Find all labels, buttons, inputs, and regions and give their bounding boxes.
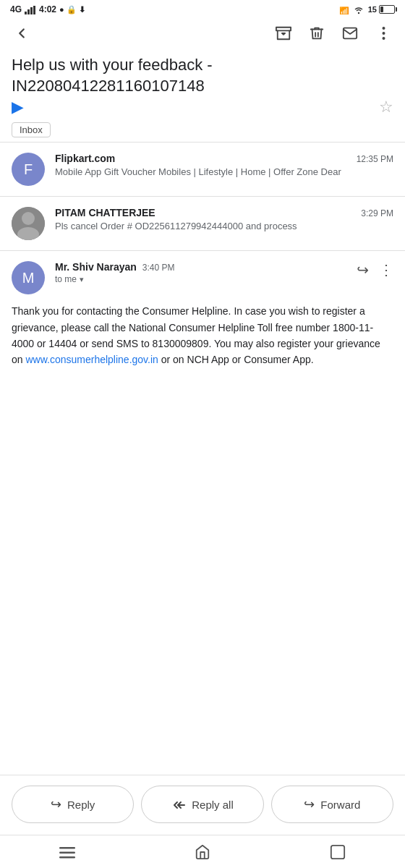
reply-all-icon bbox=[171, 798, 186, 811]
status-left: 4G 4:02 ● 🔒 ⬇ bbox=[10, 4, 85, 14]
sender-pitam: PITAM CHATTERJEE bbox=[55, 207, 155, 218]
inbox-badge[interactable]: Inbox bbox=[12, 122, 51, 137]
reply-icon: ↩ bbox=[51, 796, 61, 812]
more-options-button[interactable] bbox=[373, 23, 393, 43]
carrier-icon: 4G bbox=[10, 4, 22, 14]
email-body-text: Thank you for contacting the Consumer He… bbox=[12, 300, 393, 368]
expanded-actions: ↩ ⋮ bbox=[357, 261, 393, 278]
svg-point-10 bbox=[382, 37, 385, 40]
reply-button[interactable]: ↩ Reply bbox=[12, 786, 134, 823]
nav-menu-icon[interactable] bbox=[59, 843, 75, 860]
svg-rect-1 bbox=[27, 9, 30, 14]
forward-button[interactable]: ↪ Forward bbox=[271, 786, 393, 823]
nav-back-icon[interactable] bbox=[330, 843, 346, 861]
email-item-pitam[interactable]: PITAM CHATTERJEE 3:29 PM Pls cancel Orde… bbox=[0, 197, 405, 250]
svg-point-12 bbox=[22, 212, 35, 225]
svg-point-9 bbox=[382, 32, 385, 35]
svg-point-8 bbox=[382, 27, 385, 30]
svg-rect-6 bbox=[276, 27, 291, 31]
svg-point-5 bbox=[357, 12, 359, 14]
status-right: 📶 15 bbox=[339, 4, 395, 14]
svg-rect-2 bbox=[30, 7, 33, 14]
email-header-pitam: PITAM CHATTERJEE 3:29 PM bbox=[55, 207, 393, 218]
email-expanded-container: M Mr. Shiv Narayan 3:40 PM to me ▾ ↩ ⋮ T… bbox=[0, 251, 405, 380]
bottom-actions: ↩ Reply Reply all ↪ Forward bbox=[0, 775, 405, 833]
nav-home-icon[interactable] bbox=[195, 843, 210, 861]
battery-display: 15 bbox=[368, 5, 395, 14]
expand-recipients-button[interactable]: ▾ bbox=[80, 275, 84, 284]
wifi-icon bbox=[354, 4, 364, 14]
forward-indicator-icon: ▶ bbox=[12, 98, 22, 116]
email-content-pitam: PITAM CHATTERJEE 3:29 PM Pls cancel Orde… bbox=[55, 207, 393, 233]
subject-row: ▶ ☆ bbox=[12, 98, 393, 116]
svg-text:📶: 📶 bbox=[339, 6, 349, 14]
svg-rect-3 bbox=[33, 6, 35, 14]
email-header-flipkart: Flipkart.com 12:35 PM bbox=[55, 153, 393, 164]
email-item-flipkart[interactable]: F Flipkart.com 12:35 PM Mobile App Gift … bbox=[0, 142, 405, 196]
subject-area: Help us with your feedback - IN220804122… bbox=[0, 49, 405, 142]
preview-flipkart: Mobile App Gift Voucher Mobiles | Lifest… bbox=[55, 166, 393, 179]
forward-icon: ↪ bbox=[304, 796, 315, 812]
archive-button[interactable] bbox=[273, 23, 294, 43]
bottom-spacer bbox=[0, 380, 405, 467]
quick-reply-button[interactable]: ↩ bbox=[357, 261, 369, 278]
time-pitam: 3:29 PM bbox=[361, 208, 393, 218]
app-bar bbox=[0, 17, 405, 49]
expanded-meta: Mr. Shiv Narayan 3:40 PM to me ▾ bbox=[55, 261, 346, 284]
svg-rect-17 bbox=[331, 846, 344, 859]
call-icon: 📶 bbox=[339, 4, 349, 14]
status-bar: 4G 4:02 ● 🔒 ⬇ 📶 15 bbox=[0, 0, 405, 17]
avatar-pitam bbox=[12, 207, 45, 240]
sender-flipkart: Flipkart.com bbox=[55, 153, 115, 164]
avatar-shiv: M bbox=[12, 261, 45, 294]
back-button[interactable] bbox=[12, 23, 32, 43]
expanded-time: 3:40 PM bbox=[142, 263, 175, 273]
expanded-name-row: Mr. Shiv Narayan 3:40 PM bbox=[55, 261, 346, 273]
avatar-flipkart: F bbox=[12, 153, 45, 186]
email-subject: Help us with your feedback - IN220804122… bbox=[12, 55, 393, 96]
expanded-email-body: Thank you for contacting the Consumer He… bbox=[0, 300, 405, 380]
preview-pitam: Pls cancel Order # OD225611279942444000 … bbox=[55, 220, 393, 233]
to-me-row: to me ▾ bbox=[55, 274, 346, 284]
signal-bars bbox=[25, 4, 36, 14]
star-button[interactable]: ☆ bbox=[379, 98, 393, 116]
delete-button[interactable] bbox=[307, 23, 327, 43]
more-email-options-button[interactable]: ⋮ bbox=[379, 261, 393, 278]
notification-icons: ● 🔒 ⬇ bbox=[59, 5, 85, 14]
svg-rect-0 bbox=[25, 12, 27, 14]
svg-rect-14 bbox=[59, 847, 75, 849]
expanded-sender-name: Mr. Shiv Narayan bbox=[55, 261, 137, 273]
time-display: 4:02 bbox=[39, 4, 56, 14]
svg-rect-16 bbox=[59, 856, 75, 859]
mark-unread-button[interactable] bbox=[340, 23, 360, 43]
helpline-link[interactable]: www.consumerhelpline.gov.in bbox=[25, 354, 158, 365]
expanded-email-header: M Mr. Shiv Narayan 3:40 PM to me ▾ ↩ ⋮ bbox=[0, 251, 405, 300]
reply-all-button[interactable]: Reply all bbox=[141, 786, 263, 823]
email-content-flipkart: Flipkart.com 12:35 PM Mobile App Gift Vo… bbox=[55, 153, 393, 179]
time-flipkart: 12:35 PM bbox=[357, 154, 393, 164]
svg-rect-15 bbox=[59, 851, 75, 854]
nav-bar bbox=[0, 835, 405, 868]
